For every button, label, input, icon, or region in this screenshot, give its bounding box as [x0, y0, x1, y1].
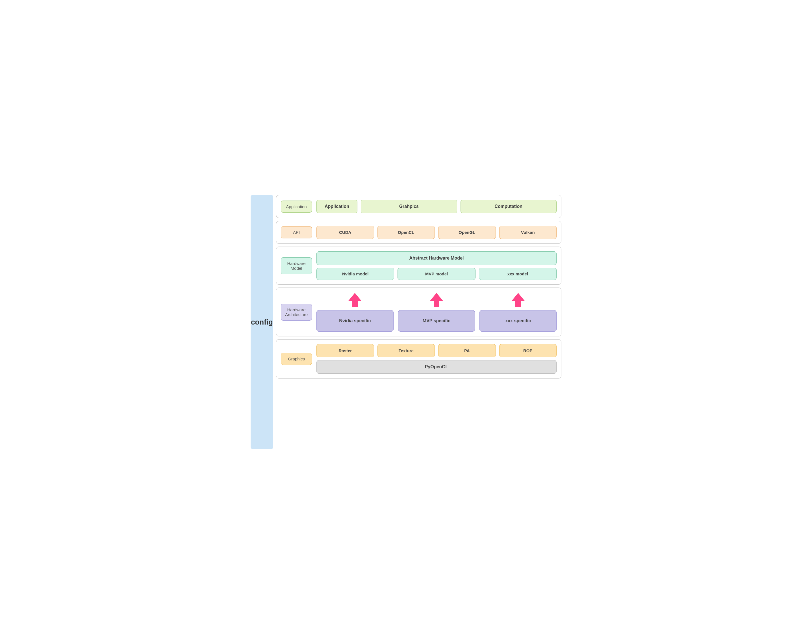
nvidia-arrow-up-icon — [348, 292, 362, 308]
api-layer: API CUDA OpenCL OpenGL Vulkan — [276, 221, 562, 244]
abstract-hw-model-box: Abstract Hardware Model — [316, 252, 557, 265]
svg-marker-2 — [512, 293, 525, 307]
rop-box: ROP — [499, 344, 557, 357]
graphics-layer: Graphics Raster Texture PA ROP — [276, 339, 562, 378]
hwarch-layer: Hardware Architecture Nvidia specific — [276, 288, 562, 336]
config-sidebar: config — [250, 195, 273, 449]
application-layer: Application Application Grahpics Computa… — [276, 195, 562, 218]
hwarch-layer-content: Nvidia specific MVP specific — [316, 292, 557, 331]
hwarch-layer-label: Hardware Architecture — [281, 304, 312, 320]
nvidia-specific-box: Nvidia specific — [316, 310, 394, 331]
layers-column: Application Application Grahpics Computa… — [276, 195, 562, 449]
graphics-layer-content: Raster Texture PA ROP PyOpenGL — [316, 344, 557, 374]
svg-marker-0 — [348, 293, 361, 307]
application-box: Application — [316, 200, 357, 213]
diagram-wrapper: config Application Application Grahpics … — [250, 195, 562, 449]
svg-marker-1 — [430, 293, 443, 307]
raster-box: Raster — [316, 344, 374, 357]
nvidia-model-box: Nvidia model — [316, 268, 394, 280]
xxx-specific-col: xxx specific — [479, 292, 557, 331]
xxx-arrow-up-icon — [511, 292, 525, 308]
api-layer-label: API — [281, 226, 312, 238]
graphics-items-row: Raster Texture PA ROP — [316, 344, 557, 357]
pyopengl-box: PyOpenGL — [316, 360, 557, 374]
grahpics-box: Grahpics — [361, 200, 457, 213]
config-label: config — [251, 318, 273, 327]
vulkan-box: Vulkan — [499, 226, 557, 239]
hwmodel-layer: Hardware Model Abstract Hardware Model N… — [276, 247, 562, 285]
cuda-box: CUDA — [316, 226, 374, 239]
model-row: Nvidia model MVP model xxx model — [316, 268, 557, 280]
mvp-specific-box: MVP specific — [398, 310, 475, 331]
application-layer-content: Application Grahpics Computation — [316, 200, 557, 213]
hwmodel-layer-content: Abstract Hardware Model Nvidia model MVP… — [316, 252, 557, 280]
xxx-specific-box: xxx specific — [479, 310, 557, 331]
pa-box: PA — [438, 344, 496, 357]
application-layer-label: Application — [281, 200, 312, 213]
mvp-arrow-up-icon — [429, 292, 444, 308]
computation-box: Computation — [461, 200, 557, 213]
hwmodel-layer-label: Hardware Model — [281, 257, 312, 274]
opencl-box: OpenCL — [377, 226, 435, 239]
texture-box: Texture — [377, 344, 435, 357]
opengl-box: OpenGL — [438, 226, 496, 239]
nvidia-specific-col: Nvidia specific — [316, 292, 394, 331]
mvp-specific-col: MVP specific — [398, 292, 475, 331]
graphics-layer-label: Graphics — [281, 353, 312, 365]
mvp-model-box: MVP model — [397, 268, 475, 280]
xxx-model-box: xxx model — [479, 268, 557, 280]
api-layer-content: CUDA OpenCL OpenGL Vulkan — [316, 226, 557, 239]
